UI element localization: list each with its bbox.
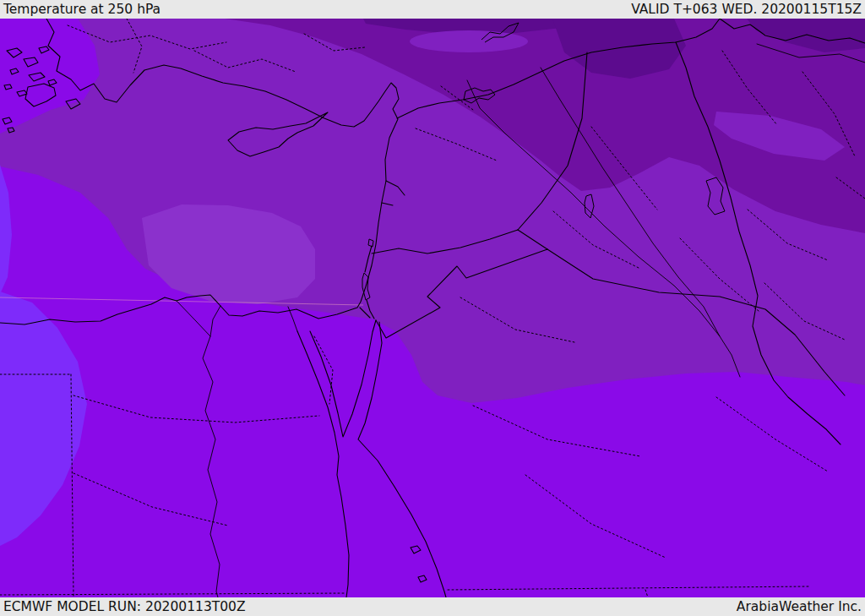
temperature-map-canvas — [0, 0, 865, 616]
validity-timestamp: VALID T+063 WED. 20200115T15Z — [631, 0, 862, 19]
page-title: Temperature at 250 hPa — [3, 0, 160, 19]
footer-bar: ECMWF MODEL RUN: 20200113T00Z ArabiaWeat… — [0, 597, 865, 616]
weather-map-window: Temperature at 250 hPa VALID T+063 WED. … — [0, 0, 865, 616]
model-run-label: ECMWF MODEL RUN: 20200113T00Z — [3, 597, 246, 616]
credit-label: ArabiaWeather Inc. — [737, 597, 862, 616]
header-bar: Temperature at 250 hPa VALID T+063 WED. … — [0, 0, 865, 19]
temperature-shading — [0, 19, 865, 597]
